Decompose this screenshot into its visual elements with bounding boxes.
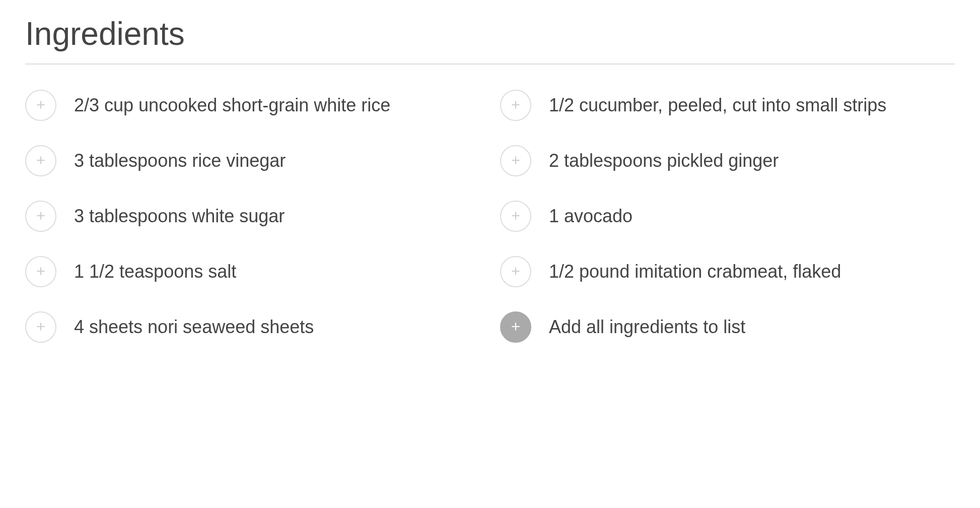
add-ingredient-button[interactable] — [500, 256, 531, 287]
ingredient-row: 3 tablespoons rice vinegar — [25, 145, 480, 176]
ingredient-row: 4 sheets nori seaweed sheets — [25, 311, 480, 343]
ingredient-row: 3 tablespoons white sugar — [25, 201, 480, 232]
add-ingredient-button[interactable] — [500, 201, 531, 232]
ingredient-text: 4 sheets nori seaweed sheets — [74, 311, 314, 339]
plus-icon — [509, 98, 522, 113]
add-ingredient-button[interactable] — [25, 145, 56, 176]
add-ingredient-button[interactable] — [500, 145, 531, 176]
ingredient-text: 1/2 cucumber, peeled, cut into small str… — [549, 90, 886, 117]
plus-icon — [34, 154, 47, 168]
ingredients-column-left: 2/3 cup uncooked short-grain white rice … — [25, 90, 480, 367]
ingredient-row: 1/2 cucumber, peeled, cut into small str… — [500, 90, 955, 121]
ingredient-text: 3 tablespoons white sugar — [74, 201, 285, 228]
add-all-label: Add all ingredients to list — [549, 311, 745, 339]
add-all-row: Add all ingredients to list — [500, 311, 955, 343]
add-all-button[interactable] — [500, 311, 531, 343]
ingredient-row: 2/3 cup uncooked short-grain white rice — [25, 90, 480, 121]
add-ingredient-button[interactable] — [25, 201, 56, 232]
ingredient-row: 1/2 pound imitation crabmeat, flaked — [500, 256, 955, 287]
plus-icon — [34, 265, 47, 279]
plus-icon — [34, 320, 47, 335]
ingredient-text: 1 avocado — [549, 201, 633, 228]
section-divider — [25, 64, 955, 65]
ingredient-text: 1 1/2 teaspoons salt — [74, 256, 236, 284]
ingredients-container: 2/3 cup uncooked short-grain white rice … — [25, 90, 955, 367]
plus-icon — [34, 98, 47, 113]
plus-icon — [509, 209, 522, 224]
ingredient-row: 2 tablespoons pickled ginger — [500, 145, 955, 176]
ingredient-text: 3 tablespoons rice vinegar — [74, 145, 286, 173]
ingredient-text: 2/3 cup uncooked short-grain white rice — [74, 90, 390, 117]
plus-icon — [509, 265, 522, 279]
ingredients-column-right: 1/2 cucumber, peeled, cut into small str… — [500, 90, 955, 367]
ingredient-text: 2 tablespoons pickled ginger — [549, 145, 779, 173]
add-ingredient-button[interactable] — [25, 90, 56, 121]
add-ingredient-button[interactable] — [25, 256, 56, 287]
ingredient-row: 1 1/2 teaspoons salt — [25, 256, 480, 287]
plus-icon — [34, 209, 47, 224]
ingredient-text: 1/2 pound imitation crabmeat, flaked — [549, 256, 841, 284]
plus-icon — [509, 154, 522, 168]
section-title: Ingredients — [25, 15, 955, 52]
plus-icon — [509, 320, 522, 335]
add-ingredient-button[interactable] — [500, 90, 531, 121]
add-ingredient-button[interactable] — [25, 311, 56, 343]
ingredient-row: 1 avocado — [500, 201, 955, 232]
